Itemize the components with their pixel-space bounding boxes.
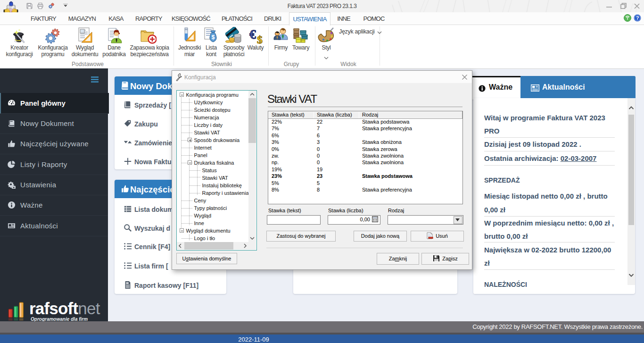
svg-text:$: $ <box>212 34 215 41</box>
svg-text:€: € <box>249 27 256 42</box>
svg-text:?: ? <box>636 15 639 21</box>
svg-text:$: $ <box>257 33 263 44</box>
